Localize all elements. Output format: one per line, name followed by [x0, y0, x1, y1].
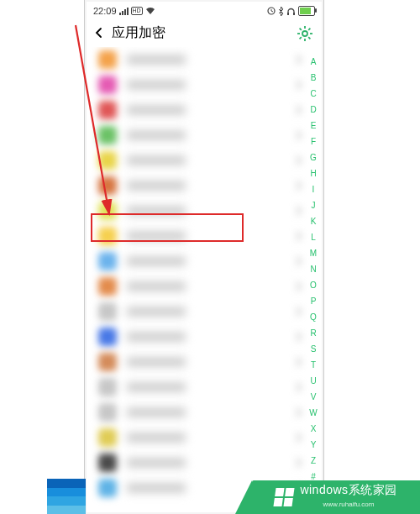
list-item[interactable] [85, 47, 323, 72]
index-letter[interactable]: S [311, 341, 317, 357]
index-letter[interactable]: F [311, 134, 316, 149]
app-icon [98, 151, 117, 170]
index-letter[interactable]: K [311, 213, 317, 229]
chevron-right-icon [295, 181, 302, 191]
back-icon[interactable] [93, 27, 105, 39]
watermark-sub: www.ruhaifu.com [323, 497, 375, 512]
app-label-blur [127, 155, 186, 165]
index-letter[interactable]: R [310, 325, 316, 341]
left-color-bar [47, 479, 86, 514]
chevron-right-icon [295, 458, 302, 468]
index-letter[interactable]: M [310, 245, 317, 261]
index-letter[interactable]: E [311, 118, 317, 134]
app-icon [98, 76, 117, 94]
headphones-icon [286, 7, 296, 15]
index-letter[interactable]: C [310, 86, 316, 102]
app-label-blur [127, 332, 186, 342]
list-item[interactable] [85, 173, 323, 198]
list-item[interactable] [85, 349, 323, 375]
list-item[interactable] [85, 375, 323, 400]
index-letter[interactable]: P [311, 293, 317, 309]
list-item[interactable] [85, 299, 323, 324]
app-label-blur [127, 307, 186, 317]
index-letter[interactable]: V [311, 389, 317, 405]
chevron-right-icon [295, 231, 302, 241]
svg-line-11 [300, 37, 302, 39]
list-item[interactable] [85, 123, 323, 148]
list-item[interactable] [85, 97, 323, 123]
svg-line-10 [308, 29, 310, 30]
app-label-blur [127, 483, 186, 493]
gear-icon[interactable] [297, 25, 313, 42]
list-item[interactable] [85, 72, 323, 97]
svg-point-3 [302, 31, 307, 36]
chevron-right-icon [295, 155, 302, 165]
app-label-blur [127, 458, 186, 468]
app-label-blur [127, 105, 186, 115]
list-item[interactable] [85, 249, 323, 274]
chevron-right-icon [295, 407, 302, 417]
windows-logo-icon [274, 488, 295, 506]
list-item[interactable] [85, 400, 323, 425]
index-letter[interactable]: Y [311, 437, 317, 453]
chevron-right-icon [295, 281, 302, 291]
svg-line-9 [308, 37, 310, 39]
app-list[interactable] [85, 47, 323, 514]
list-item[interactable] [85, 450, 323, 475]
watermark: windows系统家园 www.ruhaifu.com [252, 480, 420, 514]
index-letter[interactable]: X [311, 421, 317, 437]
index-letter[interactable]: N [310, 261, 316, 277]
app-icon [98, 126, 117, 144]
index-letter[interactable]: U [310, 373, 316, 389]
list-item[interactable] [85, 274, 323, 299]
hd-badge: HD [131, 7, 143, 15]
index-letter[interactable]: G [310, 149, 317, 165]
index-letter[interactable]: H [310, 165, 316, 181]
app-icon [98, 328, 117, 346]
status-bar: 22:09 HD [85, 3, 323, 18]
index-letter[interactable]: I [312, 181, 315, 197]
app-label-blur [127, 231, 186, 241]
index-letter[interactable]: D [310, 102, 316, 118]
app-label-blur [127, 382, 186, 392]
index-letter[interactable]: Z [311, 453, 316, 469]
alpha-index[interactable]: ABCDEFGHIJKLMNOPQRSTUVWXYZ# [308, 54, 318, 485]
list-item[interactable] [85, 324, 323, 349]
app-icon [98, 454, 117, 472]
app-icon [98, 50, 117, 69]
chevron-right-icon [295, 256, 302, 266]
index-letter[interactable]: B [311, 70, 317, 86]
index-letter[interactable]: Q [310, 309, 317, 325]
index-letter[interactable]: T [311, 357, 316, 373]
index-letter[interactable]: A [311, 54, 317, 70]
alarm-icon [267, 7, 276, 15]
app-icon [98, 252, 117, 270]
app-label-blur [127, 80, 186, 90]
chevron-right-icon [295, 206, 302, 216]
app-label-blur [127, 357, 186, 367]
app-icon [98, 302, 117, 321]
chevron-right-icon [295, 357, 302, 367]
chevron-right-icon [295, 105, 302, 115]
chevron-right-icon [295, 130, 302, 140]
list-item[interactable] [85, 198, 323, 223]
app-icon [98, 353, 117, 371]
list-item[interactable] [85, 223, 323, 249]
chevron-right-icon [295, 382, 302, 392]
chevron-right-icon [295, 433, 302, 443]
svg-rect-1 [287, 13, 289, 15]
watermark-main: windows系统家园 [300, 482, 396, 497]
index-letter[interactable]: L [311, 229, 316, 245]
index-letter[interactable]: O [310, 277, 317, 293]
app-header: 应用加密 [85, 18, 323, 47]
app-icon [98, 202, 117, 220]
index-letter[interactable]: W [309, 405, 317, 421]
list-item[interactable] [85, 425, 323, 450]
bluetooth-icon [278, 7, 284, 16]
app-label-blur [127, 433, 186, 443]
list-item[interactable] [85, 148, 323, 173]
index-letter[interactable]: J [312, 197, 316, 213]
chevron-right-icon [295, 307, 302, 317]
battery-icon [298, 6, 315, 16]
app-icon [98, 479, 117, 497]
